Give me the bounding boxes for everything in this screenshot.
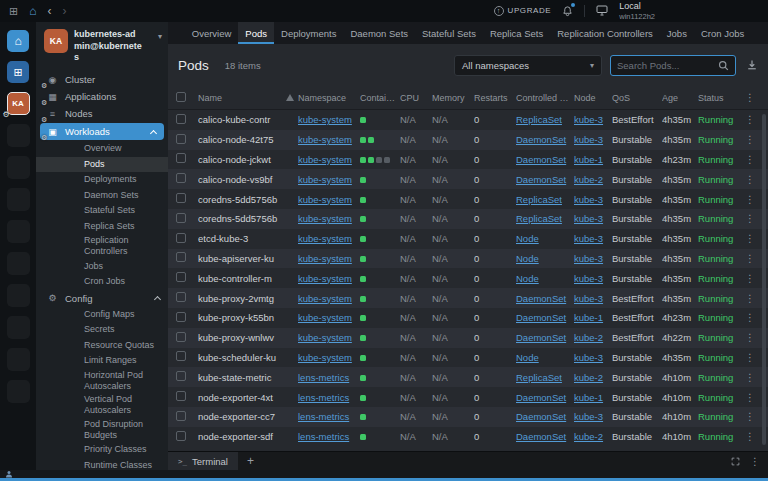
table-row[interactable]: node-exporter-sdf lens-metrics N/A N/A 0… <box>168 427 768 447</box>
forward-icon[interactable]: › <box>62 5 66 17</box>
sidebar-item[interactable]: ⚙ Stateful Sets <box>36 203 168 219</box>
column-header-name[interactable]: Name <box>198 93 286 103</box>
row-checkbox[interactable] <box>176 153 186 163</box>
sidebar-item[interactable]: ◉ ⚙ Cluster <box>36 71 168 88</box>
row-menu-button[interactable]: ⋮ <box>742 134 758 145</box>
controlled-by-link[interactable]: Node <box>516 233 539 244</box>
namespace-link[interactable]: kube-system <box>298 253 352 264</box>
table-row[interactable]: etcd-kube-3 kube-system N/A N/A 0 Node k… <box>168 229 768 249</box>
terminal-tab[interactable]: >_ Terminal <box>168 452 238 470</box>
node-link[interactable]: kube-1 <box>574 154 603 165</box>
sidebar-item[interactable]: ⚙ Cron Jobs <box>36 274 168 290</box>
tab[interactable]: Pods <box>238 22 274 44</box>
tab[interactable]: Overview <box>185 22 239 44</box>
tab[interactable]: Deployments <box>274 22 343 44</box>
sidebar-item[interactable]: ⚙ Overview <box>36 141 168 157</box>
row-checkbox[interactable] <box>176 371 186 381</box>
node-link[interactable]: kube-3 <box>574 411 603 422</box>
row-menu-button[interactable]: ⋮ <box>742 253 758 264</box>
namespace-link[interactable]: kube-system <box>298 312 352 323</box>
tab[interactable]: Replica Sets <box>483 22 550 44</box>
dock-menu-button[interactable]: ⋮ <box>750 456 760 467</box>
row-checkbox[interactable] <box>176 114 186 124</box>
row-menu-button[interactable]: ⋮ <box>742 352 758 363</box>
sidebar-item[interactable]: ⚙ Pods <box>36 157 168 173</box>
table-row[interactable]: kube-proxy-wnlwv kube-system N/A N/A 0 D… <box>168 328 768 348</box>
row-menu-button[interactable]: ⋮ <box>742 114 758 125</box>
namespace-select[interactable]: All namespaces ▾ <box>454 55 602 76</box>
row-checkbox[interactable] <box>176 411 186 421</box>
row-menu-button[interactable]: ⋮ <box>742 174 758 185</box>
row-checkbox[interactable] <box>176 193 186 203</box>
row-menu-button[interactable]: ⋮ <box>742 213 758 224</box>
table-row[interactable]: kube-state-metric lens-metrics N/A N/A 0… <box>168 367 768 387</box>
row-menu-button[interactable]: ⋮ <box>742 273 758 284</box>
row-checkbox[interactable] <box>176 351 186 361</box>
row-menu-button[interactable]: ⋮ <box>742 293 758 304</box>
home-button[interactable]: ⌂ <box>7 30 29 52</box>
column-menu-button[interactable]: ⋮ <box>742 92 758 103</box>
controlled-by-link[interactable]: DaemonSet <box>516 312 566 323</box>
node-link[interactable]: kube-3 <box>574 253 603 264</box>
sidebar-item[interactable]: ⚙ Limit Ranges <box>36 353 168 369</box>
tab[interactable]: Stateful Sets <box>415 22 483 44</box>
controlled-by-link[interactable]: DaemonSet <box>516 332 566 343</box>
controlled-by-link[interactable]: Node <box>516 273 539 284</box>
namespace-link[interactable]: kube-system <box>298 332 352 343</box>
sidebar-item[interactable]: ⚙ Replica Sets <box>36 219 168 235</box>
node-link[interactable]: kube-3 <box>574 213 603 224</box>
namespace-link[interactable]: kube-system <box>298 293 352 304</box>
workspace-header[interactable]: KA kubernetes-admin@kubernetes ▾ <box>36 22 168 69</box>
node-link[interactable]: kube-2 <box>574 372 603 383</box>
sidebar-item[interactable]: ▦ ⚙ Applications <box>36 88 168 105</box>
row-menu-button[interactable]: ⋮ <box>742 411 758 422</box>
column-header-age[interactable]: Age <box>662 93 698 103</box>
row-checkbox[interactable] <box>176 292 186 302</box>
row-checkbox[interactable] <box>176 272 186 282</box>
row-menu-button[interactable]: ⋮ <box>742 392 758 403</box>
cluster-selector[interactable]: Local win1122h2 <box>619 1 655 21</box>
table-scrollbar[interactable] <box>762 114 766 445</box>
column-header-restarts[interactable]: Restarts <box>474 93 516 103</box>
sidebar-item[interactable]: ⚙ Jobs <box>36 259 168 275</box>
column-header-namespace[interactable]: Namespace <box>298 93 360 103</box>
user-icon[interactable] <box>5 470 13 478</box>
new-terminal-button[interactable]: + <box>247 454 254 468</box>
tab[interactable]: Jobs <box>660 22 694 44</box>
table-row[interactable]: calico-kube-contr kube-system N/A N/A 0 … <box>168 110 768 130</box>
notifications-bell-icon[interactable] <box>562 5 573 17</box>
controlled-by-link[interactable]: ReplicaSet <box>516 372 562 383</box>
namespace-link[interactable]: kube-system <box>298 194 352 205</box>
sidebar-item[interactable]: ⚙ Priority Classes <box>36 442 168 458</box>
row-menu-button[interactable]: ⋮ <box>742 194 758 205</box>
upgrade-button[interactable]: ↑ UPGRADE <box>494 6 552 16</box>
node-link[interactable]: kube-3 <box>574 194 603 205</box>
table-row[interactable]: calico-node-vs9bf kube-system N/A N/A 0 … <box>168 169 768 189</box>
controlled-by-link[interactable]: DaemonSet <box>516 293 566 304</box>
sidebar-item[interactable]: ⚙ Runtime Classes <box>36 458 168 470</box>
column-header-node[interactable]: Node <box>574 93 612 103</box>
namespace-link[interactable]: kube-system <box>298 134 352 145</box>
controlled-by-link[interactable]: DaemonSet <box>516 392 566 403</box>
node-link[interactable]: kube-1 <box>574 392 603 403</box>
namespace-link[interactable]: kube-system <box>298 213 352 224</box>
sidebar-item[interactable]: ⚙ Daemon Sets <box>36 188 168 204</box>
controlled-by-link[interactable]: Node <box>516 352 539 363</box>
namespace-link[interactable]: kube-system <box>298 174 352 185</box>
table-row[interactable]: node-exporter-cc7 lens-metrics N/A N/A 0… <box>168 407 768 427</box>
controlled-by-link[interactable]: ReplicaSet <box>516 213 562 224</box>
column-header-containers[interactable]: Containers <box>360 93 400 103</box>
namespace-link[interactable]: kube-system <box>298 352 352 363</box>
row-menu-button[interactable]: ⋮ <box>742 431 758 442</box>
row-menu-button[interactable]: ⋮ <box>742 233 758 244</box>
namespace-link[interactable]: kube-system <box>298 154 352 165</box>
node-link[interactable]: kube-3 <box>574 233 603 244</box>
controlled-by-link[interactable]: DaemonSet <box>516 174 566 185</box>
row-checkbox[interactable] <box>176 431 186 441</box>
row-menu-button[interactable]: ⋮ <box>742 312 758 323</box>
sidebar-item[interactable]: ⚙ Pod Disruption Budgets <box>36 418 168 443</box>
controlled-by-link[interactable]: Node <box>516 253 539 264</box>
sidebar-item[interactable]: ⚙ ⚙ Config <box>36 290 168 307</box>
node-link[interactable]: kube-3 <box>574 134 603 145</box>
row-menu-button[interactable]: ⋮ <box>742 332 758 343</box>
